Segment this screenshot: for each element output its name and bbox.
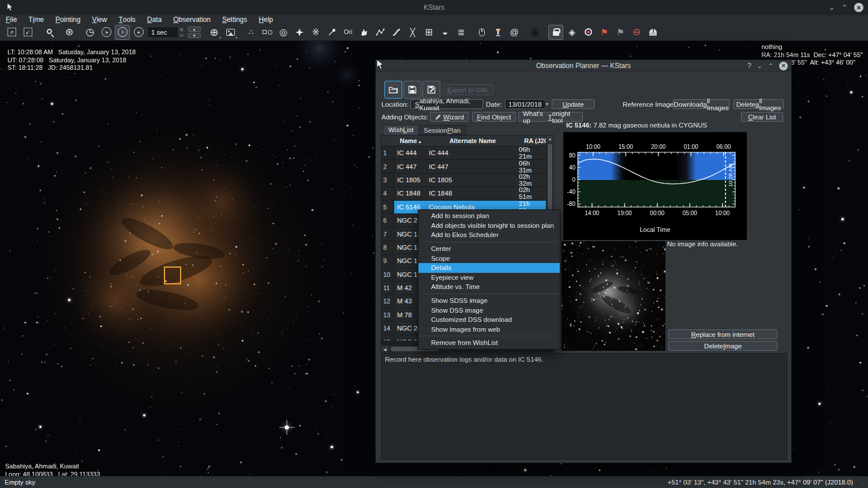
replace-from-internet-button[interactable]: Replace from internet [668,329,777,339]
dialog-help-button[interactable]: ? [747,62,751,70]
whats-up-tonight-button[interactable]: What's up Tonight tool [518,112,583,122]
comets-icon[interactable] [324,25,339,40]
menu-observation[interactable]: Observation [167,15,216,24]
flag-gray-icon[interactable]: ⚑ [613,25,628,40]
resize-grip[interactable]: ⋰ [860,481,866,486]
save-list-as-button[interactable] [422,81,440,99]
find-object-button[interactable]: Find Object [472,112,516,122]
lock-coordinates-icon[interactable] [548,25,563,40]
dialog-close-icon[interactable]: ✕ [779,62,788,70]
dialog-rolldown-icon[interactable]: ⌃ [768,63,773,69]
menu-item-altitude-vs-time[interactable]: Altitude vs. Time [418,282,560,292]
dialog-rollup-icon[interactable]: ⌄ [757,63,762,69]
menu-item-scope[interactable]: Scope [418,253,560,263]
menu-tools[interactable]: Tools [113,15,141,24]
asteroids-icon[interactable]: ※ [308,25,323,40]
dialog-titlebar[interactable]: Observation Planner — KStars ? ⌄ ⌃ ✕ [376,60,791,72]
app-icon [7,3,13,13]
menu-pointing[interactable]: Pointing [50,15,86,24]
context-menu: Add to session planAdd objects visible t… [418,209,560,350]
zoom-out-icon[interactable]: ↙ [20,25,35,40]
delete-image-button[interactable]: Delete Image [668,341,777,351]
tab-wish-list[interactable]: Wish List [383,125,419,135]
table-row[interactable]: 4IC 1848IC 184802h 51m [381,187,553,200]
minimize-icon[interactable]: ⌄ [829,4,835,11]
horizon-icon[interactable]: ◒ [437,25,452,40]
export-oal-button[interactable]: Export to OAL [443,84,493,95]
menu-item-add-to-ekos-scheduler[interactable]: Add to Ekos Scheduler [418,230,560,240]
menu-settings[interactable]: Settings [216,15,253,24]
disable-circle-icon[interactable]: ⊖ [629,25,644,40]
svg-text:20:00: 20:00 [651,144,665,150]
time-step-spinbox[interactable]: 1 sec+− [147,25,185,40]
record-icon[interactable] [581,25,596,40]
wizard-button[interactable]: Wizard [430,112,469,122]
menu-item-remove-from-wishlist[interactable]: Remove from WishList [418,338,560,348]
observatory-dome-icon[interactable] [645,25,660,40]
observing-glass-icon[interactable] [491,25,506,40]
zoom-in-icon[interactable]: ↗ [4,25,19,40]
constellation-art-icon[interactable] [357,25,372,40]
menu-view[interactable]: View [86,15,113,24]
menu-item-add-to-session-plan[interactable]: Add to session plan [418,211,560,221]
menu-file[interactable]: File [0,15,23,24]
ecliptic-icon[interactable] [389,25,404,40]
menu-item-customized-dss-download[interactable]: Customized DSS download [418,315,560,325]
close-icon[interactable]: ✕ [854,3,863,12]
supernovae-icon[interactable]: ◎ [276,25,291,40]
sky-image-icon[interactable]: ▾ [223,25,238,40]
table-row[interactable]: 3IC 1805IC 180502h 32m [381,174,553,187]
time-step-back-icon[interactable]: |◂ [99,25,114,40]
flag-red-icon[interactable]: ⚑ [597,25,612,40]
reference-images-label: Reference Images: [623,101,679,108]
pause-icon[interactable]: ‖ [115,25,130,40]
coordinate-grid-icon[interactable]: ⊞ [421,25,436,40]
location-button[interactable]: Sabahiya, Ahmadi, Kuwait [410,99,483,109]
menu-item-add-objects-visible-tonight-to-session-plan[interactable]: Add objects visible tonight to session p… [418,221,560,231]
constellation-lines-icon[interactable] [373,25,388,40]
deep-sky-objects-icon[interactable] [260,25,275,40]
download-all-images-button[interactable]: Download all Images [673,99,729,109]
update-button[interactable]: Update [552,99,594,109]
satellites-icon[interactable] [292,25,307,40]
focus-crosshair-icon[interactable]: ⊕▾ [207,25,222,40]
toolbar: ↗↙⊛◷|◂‖▸|1 sec+−▲▼⊕▾▾∴◎※Ori╳⊞◒≣@⊕◈⚑⚑⊖ [0,24,868,41]
menu-data[interactable]: Data [141,15,167,24]
table-header[interactable]: Name ▴Alternate NameRA (J20 [381,136,553,147]
chevron-down-icon[interactable]: ▼ [545,100,549,108]
telescope-target-icon[interactable]: ⊕ [527,25,542,40]
table-row[interactable]: 2IC 447IC 44706h 31m [381,160,553,173]
detail-list-icon[interactable]: ≣ [454,25,469,40]
constellation-names-icon[interactable]: Ori [341,25,356,40]
snap-icon[interactable]: ◈ [564,25,579,40]
date-combobox[interactable]: 13/01/2018 ▼ [505,99,546,109]
find-object-icon[interactable] [41,25,56,40]
menu-item-show-sdss-image[interactable]: Show SDSS image [418,296,560,306]
menu-item-show-dss-image[interactable]: Show DSS image [418,305,560,315]
time-step-arrows[interactable]: ▲▼ [186,25,201,40]
milky-way-icon[interactable]: @ [507,25,522,40]
table-row[interactable]: 1IC 444IC 44406h 21m [381,147,553,160]
constellation-bounds-icon[interactable]: ╳ [405,25,420,40]
observation-notes-textarea[interactable]: Record here observation logs and/or data… [381,353,787,460]
stars-icon[interactable]: ∴ [244,25,259,40]
menu-help[interactable]: Help [253,15,279,24]
menu-time[interactable]: Time [23,15,50,24]
menu-item-center[interactable]: Center [418,244,560,254]
menu-item-details[interactable]: Details [418,263,560,273]
clear-list-button[interactable]: Clear List [741,112,783,122]
save-list-button[interactable] [403,81,421,99]
maximize-icon[interactable]: ⌃ [841,4,847,11]
delete-all-images-button[interactable]: Delete all Images [734,99,784,109]
object-image-thumbnail [562,241,665,351]
set-time-icon[interactable]: ◷ [83,25,98,40]
tab-session-plan[interactable]: Session Plan [418,125,466,135]
open-list-button[interactable] [384,81,402,99]
geolocation-icon[interactable]: ⊛ [62,25,77,40]
menu-item-show-images-from-web[interactable]: Show images from web [418,325,560,335]
time-step-forward-icon[interactable]: ▸| [131,25,146,40]
whats-interesting-icon[interactable] [474,25,489,40]
menu-item-eyepiece-view[interactable]: Eyepiece view [418,273,560,283]
menu-separator [418,334,560,338]
image-info-text: No image info available. [667,241,738,247]
